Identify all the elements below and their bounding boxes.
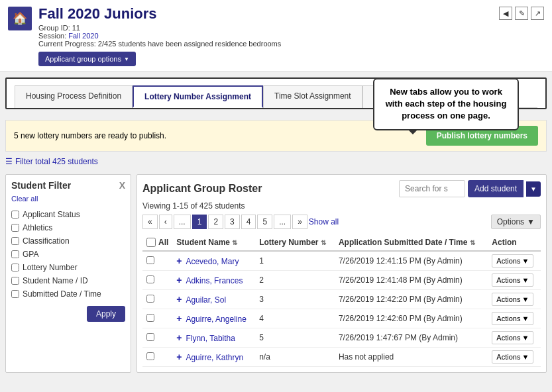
filter-item-gpa: GPA <box>11 248 125 261</box>
page-prev-button[interactable]: ‹ <box>159 215 172 229</box>
page-last-button[interactable]: » <box>292 215 307 229</box>
roster-search-row: Add student ▼ <box>399 180 541 197</box>
add-student-button[interactable]: Add student <box>468 180 524 197</box>
filter-item-student-name-id: Student Name / ID <box>11 274 125 287</box>
row-lottery-cell: 5 <box>255 328 335 348</box>
row-actions-button[interactable]: Actions ▼ <box>492 273 533 287</box>
show-all-link[interactable]: Show all <box>309 217 339 226</box>
filter-checkbox-gpa[interactable] <box>11 250 19 258</box>
row-lottery-cell: 3 <box>255 290 335 309</box>
back-button[interactable]: ◀ <box>499 7 512 20</box>
actions-caret-icon: ▼ <box>522 353 529 361</box>
row-lottery-cell: 1 <box>255 251 335 271</box>
th-select-all: All <box>142 234 172 251</box>
tab-time-slot-assignment[interactable]: Time Slot Assignment <box>263 85 362 108</box>
filter-checkbox-lottery-number[interactable] <box>11 264 19 271</box>
table-header-row: All Student Name ⇅ Lottery Number ⇅ <box>142 234 541 251</box>
expand-row-icon[interactable]: + <box>176 256 184 266</box>
sort-date-icon[interactable]: ⇅ <box>470 239 475 246</box>
filter-checkbox-applicant-status[interactable] <box>11 211 19 219</box>
row-checkbox[interactable] <box>146 352 154 360</box>
page-3-button[interactable]: 3 <box>225 215 240 229</box>
callout-bubble: New tabs allow you to work with each ste… <box>373 78 519 130</box>
pagination-left: « ‹ ... 1 2 3 4 5 ... » Show all <box>142 215 339 229</box>
roster-options-button[interactable]: Options ▼ <box>491 215 541 229</box>
page-first-button[interactable]: « <box>142 215 158 229</box>
filter-icon: ☰ <box>5 157 13 166</box>
row-name-cell: + Aguirre, Kathryn <box>172 348 255 367</box>
row-actions-button[interactable]: Actions ▼ <box>492 331 533 344</box>
filter-checkbox-athletics[interactable] <box>11 224 19 232</box>
filter-checkbox-submitted-date[interactable] <box>11 290 19 298</box>
edit-button[interactable]: ✎ <box>515 7 528 20</box>
th-action: Action <box>488 234 541 251</box>
expand-row-icon[interactable]: + <box>176 332 184 343</box>
table-row: + Adkins, Frances27/26/2019 12:41:48 PM … <box>142 271 541 290</box>
row-actions-button[interactable]: Actions ▼ <box>492 293 533 306</box>
clear-all-link[interactable]: Clear all <box>11 195 125 203</box>
row-checkbox-cell <box>142 290 172 309</box>
filter-close-button[interactable]: X <box>119 180 125 191</box>
row-checkbox[interactable] <box>146 333 154 341</box>
th-lottery-number: Lottery Number ⇅ <box>255 234 335 251</box>
expand-row-icon[interactable]: + <box>176 352 184 362</box>
student-name-link[interactable]: Adkins, Frances <box>186 276 243 285</box>
group-id-label: Group ID: <box>38 24 70 32</box>
tab-lottery-number-assignment[interactable]: Lottery Number Assignment <box>133 85 263 108</box>
row-actions-button[interactable]: Actions ▼ <box>492 312 533 325</box>
filter-checkbox-student-name-id[interactable] <box>11 277 19 285</box>
row-checkbox[interactable] <box>146 295 154 303</box>
table-row: + Aguilar, Sol37/26/2019 12:42:20 PM (By… <box>142 290 541 309</box>
sort-lottery-icon[interactable]: ⇅ <box>321 239 326 246</box>
row-name-cell: + Aguilar, Sol <box>172 290 255 309</box>
expand-row-icon[interactable]: + <box>176 294 184 305</box>
session-label: Session: <box>38 32 66 40</box>
row-submitted-cell: 7/26/2019 12:42:20 PM (By Admin) <box>335 290 488 309</box>
select-all-checkbox[interactable] <box>146 238 156 247</box>
row-name-cell: + Acevedo, Mary <box>172 251 255 271</box>
tab-housing-process-definition[interactable]: Housing Process Definition <box>15 85 133 108</box>
roster-header: Applicant Group Roster Add student ▼ <box>142 180 541 197</box>
applicant-group-options-button[interactable]: Applicant group options ▼ <box>38 52 136 66</box>
filter-item-submitted-date: Submitted Date / Time <box>11 287 125 301</box>
row-actions-button[interactable]: Actions ▼ <box>492 350 533 364</box>
row-submitted-cell: 7/26/2019 12:42:60 PM (By Admin) <box>335 309 488 328</box>
page-2-button[interactable]: 2 <box>208 215 223 229</box>
row-submitted-cell: Has not applied <box>335 348 488 367</box>
page-1-button[interactable]: 1 <box>192 215 207 229</box>
student-name-link[interactable]: Aguirre, Angeline <box>186 315 246 324</box>
search-input[interactable] <box>399 180 465 197</box>
row-checkbox[interactable] <box>146 256 154 264</box>
row-lottery-cell: 4 <box>255 309 335 328</box>
all-label: All <box>158 238 168 247</box>
student-name-link[interactable]: Acevedo, Mary <box>186 257 239 266</box>
row-action-cell: Actions ▼ <box>488 271 541 290</box>
filter-panel: Student Filter X Clear all Applicant Sta… <box>5 174 131 373</box>
row-submitted-cell: 7/26/2019 12:41:15 PM (By Admin) <box>335 251 488 271</box>
page-ellipsis-right[interactable]: ... <box>274 215 291 229</box>
session-link[interactable]: Fall 2020 <box>68 32 98 40</box>
student-name-link[interactable]: Aguirre, Kathryn <box>186 353 243 362</box>
th-submitted-date: Application Submitted Date / Time ⇅ <box>335 234 488 251</box>
filter-checkbox-classification[interactable] <box>11 237 19 245</box>
filter-link[interactable]: ☰ Filter total 425 students <box>5 157 98 166</box>
app-icon: 🏠 <box>8 7 32 30</box>
expand-row-icon[interactable]: + <box>176 275 184 285</box>
student-name-link[interactable]: Aguilar, Sol <box>186 295 226 305</box>
lottery-message: 5 new lottery numbers are ready to publi… <box>14 131 166 140</box>
row-checkbox[interactable] <box>146 314 154 322</box>
row-actions-button[interactable]: Actions ▼ <box>492 254 533 268</box>
th-student-name: Student Name ⇅ <box>172 234 255 251</box>
apply-filter-button[interactable]: Apply <box>87 306 125 322</box>
page-4-button[interactable]: 4 <box>241 215 256 229</box>
expand-row-icon[interactable]: + <box>176 313 184 324</box>
page-ellipsis-left[interactable]: ... <box>174 215 191 229</box>
row-checkbox[interactable] <box>146 275 154 283</box>
add-student-dropdown-button[interactable]: ▼ <box>526 181 541 197</box>
student-name-link[interactable]: Flynn, Tabitha <box>186 334 235 343</box>
roster-table: All Student Name ⇅ Lottery Number ⇅ <box>142 234 541 367</box>
sort-student-name-icon[interactable]: ⇅ <box>232 239 237 246</box>
roster-panel: Applicant Group Roster Add student ▼ Vie… <box>137 174 547 373</box>
page-5-button[interactable]: 5 <box>257 215 272 229</box>
external-link-button[interactable]: ↗ <box>531 7 544 20</box>
